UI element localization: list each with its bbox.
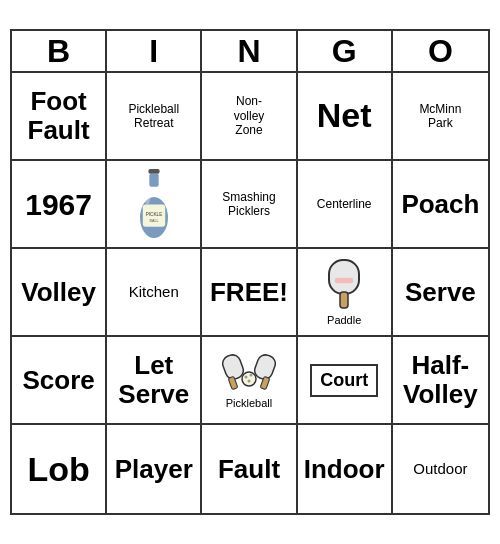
svg-point-16 [249, 374, 252, 377]
cell-pickleball-icon: Pickleball [202, 337, 297, 425]
header-o: O [393, 31, 488, 71]
cell-centerline: Centerline [298, 161, 393, 249]
svg-rect-8 [340, 292, 348, 308]
header-g: G [298, 31, 393, 71]
svg-point-14 [242, 372, 256, 386]
cell-smashing-picklers: SmashingPicklers [202, 161, 297, 249]
cell-paddle: Paddle [298, 249, 393, 337]
pickleball-paddles-icon [222, 351, 276, 395]
cell-kitchen: Kitchen [107, 249, 202, 337]
bingo-card: B I N G O FootFault PickleballRetreat No… [10, 29, 490, 515]
cell-pickleball-retreat: PickleballRetreat [107, 73, 202, 161]
paddle-icon [322, 258, 366, 312]
svg-text:BALL: BALL [149, 219, 158, 223]
cell-1967: 1967 [12, 161, 107, 249]
header-n: N [202, 31, 297, 71]
bingo-grid: FootFault PickleballRetreat Non-volleyZo… [12, 73, 488, 513]
cell-indoor: Indoor [298, 425, 393, 513]
cell-let-serve: LetServe [107, 337, 202, 425]
cell-poach: Poach [393, 161, 488, 249]
cell-free: FREE! [202, 249, 297, 337]
cell-half-volley: Half-Volley [393, 337, 488, 425]
svg-rect-0 [148, 169, 159, 174]
cell-outdoor: Outdoor [393, 425, 488, 513]
cell-lob: Lob [12, 425, 107, 513]
header-i: I [107, 31, 202, 71]
svg-point-17 [247, 380, 250, 383]
cell-score: Score [12, 337, 107, 425]
svg-point-6 [144, 190, 150, 205]
svg-text:PICKLE: PICKLE [145, 212, 162, 217]
bingo-header: B I N G O [12, 31, 488, 73]
svg-point-15 [244, 376, 247, 379]
cell-bottle: PICKLE BALL [107, 161, 202, 249]
cell-player: Player [107, 425, 202, 513]
cell-net: Net [298, 73, 393, 161]
cell-court: Court [298, 337, 393, 425]
cell-serve: Serve [393, 249, 488, 337]
svg-rect-1 [149, 174, 158, 187]
svg-rect-9 [335, 278, 353, 283]
cell-mcminn-park: McMinnPark [393, 73, 488, 161]
svg-rect-7 [329, 260, 359, 294]
header-b: B [12, 31, 107, 71]
cell-volley: Volley [12, 249, 107, 337]
cell-fault: Fault [202, 425, 297, 513]
cell-non-volley-zone: Non-volleyZone [202, 73, 297, 161]
cell-foot-fault: FootFault [12, 73, 107, 161]
bottle-icon: PICKLE BALL [134, 169, 174, 239]
